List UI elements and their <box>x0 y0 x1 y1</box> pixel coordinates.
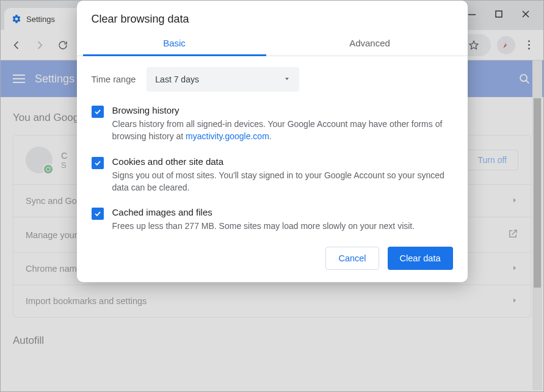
tab-basic[interactable]: Basic <box>77 29 272 56</box>
option-cookies: Cookies and other site data Signs you ou… <box>92 156 453 194</box>
cancel-button[interactable]: Cancel <box>325 247 379 270</box>
checkbox-list: Browsing history Clears history from all… <box>92 105 453 232</box>
tab-advanced[interactable]: Advanced <box>272 29 468 56</box>
dialog-title: Clear browsing data <box>77 1 468 29</box>
option-cache: Cached images and files Frees up less th… <box>92 207 453 232</box>
myactivity-link[interactable]: myactivity.google.com <box>186 131 269 141</box>
option-desc: Clears history from all signed-in device… <box>112 118 453 143</box>
time-range-row: Time range Last 7 days <box>92 67 453 92</box>
time-range-select[interactable]: Last 7 days <box>147 67 299 92</box>
clear-browsing-data-dialog: Clear browsing data Basic Advanced Time … <box>77 1 468 282</box>
dialog-actions: Cancel Clear data <box>77 234 468 282</box>
checkbox-cookies[interactable] <box>92 157 104 169</box>
option-title: Cached images and files <box>112 207 453 217</box>
time-range-value: Last 7 days <box>155 74 199 84</box>
option-desc: Signs you out of most sites. You'll stay… <box>112 169 453 194</box>
svg-marker-16 <box>285 78 289 81</box>
modal-overlay: Clear browsing data Basic Advanced Time … <box>1 1 543 391</box>
option-title: Browsing history <box>112 105 453 115</box>
option-title: Cookies and other site data <box>112 156 453 167</box>
checkbox-browsing-history[interactable] <box>92 106 104 118</box>
option-desc: Frees up less than 277 MB. Some sites ma… <box>112 220 453 232</box>
checkbox-cache[interactable] <box>92 208 104 220</box>
dialog-tabs: Basic Advanced <box>77 29 468 56</box>
clear-data-button[interactable]: Clear data <box>388 247 453 270</box>
dialog-body: Time range Last 7 days Browsing history <box>77 56 468 234</box>
option-browsing-history: Browsing history Clears history from all… <box>92 105 453 143</box>
chevron-down-icon <box>283 74 291 84</box>
time-range-label: Time range <box>92 74 136 84</box>
